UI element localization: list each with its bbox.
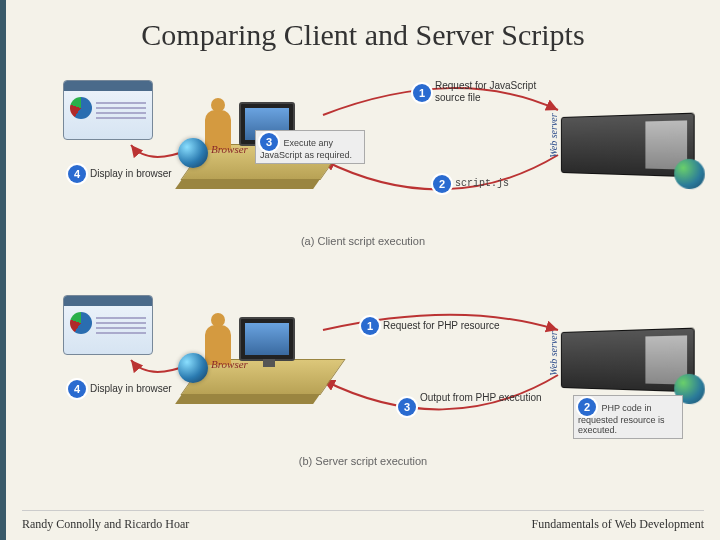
globe-icon xyxy=(178,353,208,383)
browser-window-icon xyxy=(63,295,153,355)
step-badge-3: 3 xyxy=(398,398,416,416)
pie-chart-icon xyxy=(70,312,92,334)
step-badge-2: 2 xyxy=(578,398,596,416)
caption-b: (b) Server script execution xyxy=(13,455,713,467)
step-text-1: Request for PHP resource xyxy=(383,320,500,332)
server-globe-icon xyxy=(674,159,705,190)
step-text-2: script.js xyxy=(455,178,509,189)
step-text-3: Output from PHP execution xyxy=(420,392,542,404)
panel-server-script: Browser Web server 1 Request for PHP res… xyxy=(13,270,713,490)
diagram-area: Browser 3 Execute any JavaScript as requ… xyxy=(13,60,713,490)
page-title: Comparing Client and Server Scripts xyxy=(6,0,720,60)
step-badge-4: 4 xyxy=(68,380,86,398)
step-badge-3: 3 xyxy=(260,133,278,151)
step-badge-2: 2 xyxy=(433,175,451,193)
step-text-4: Display in browser xyxy=(90,168,172,180)
browser-window-icon xyxy=(63,80,153,140)
browser-label: Browser xyxy=(211,358,248,370)
text-lines-icon xyxy=(96,314,146,337)
caption-a: (a) Client script execution xyxy=(13,235,713,247)
step-text-1: Request for JavaScript source file xyxy=(435,80,565,104)
web-server-label: Web server xyxy=(548,331,559,375)
client-workstation-icon xyxy=(193,295,333,395)
js-execute-box: 3 Execute any JavaScript as required. xyxy=(255,130,365,164)
server-icon xyxy=(561,113,695,178)
pie-chart-icon xyxy=(70,97,92,119)
footer-authors: Randy Connolly and Ricardo Hoar xyxy=(22,517,189,532)
step-text-4: Display in browser xyxy=(90,383,172,395)
footer-book-title: Fundamentals of Web Development xyxy=(532,517,704,532)
step-badge-1: 1 xyxy=(361,317,379,335)
step-badge-4: 4 xyxy=(68,165,86,183)
server-icon xyxy=(561,328,695,393)
globe-icon xyxy=(178,138,208,168)
step-badge-1: 1 xyxy=(413,84,431,102)
php-execute-box: 2 PHP code in requested resource is exec… xyxy=(573,395,683,439)
browser-label: Browser xyxy=(211,143,248,155)
text-lines-icon xyxy=(96,99,146,122)
footer: Randy Connolly and Ricardo Hoar Fundamen… xyxy=(22,510,704,532)
panel-client-script: Browser 3 Execute any JavaScript as requ… xyxy=(13,60,713,270)
web-server-label: Web server xyxy=(548,113,559,157)
